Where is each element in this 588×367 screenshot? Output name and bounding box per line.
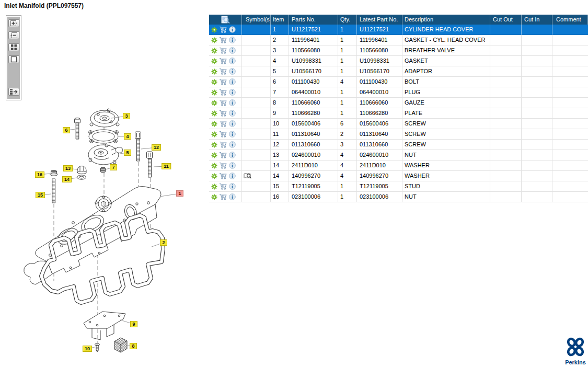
settings-icon[interactable] [211, 79, 217, 85]
table-row[interactable]: 100156004066015600406SCREW [209, 119, 588, 129]
settings-icon[interactable] [211, 58, 217, 64]
info-icon[interactable] [229, 131, 236, 137]
header-latest-part-no[interactable]: Latest Part No. [357, 15, 402, 25]
diagram-callout-7[interactable]: 7 [110, 164, 117, 170]
settings-icon[interactable] [211, 173, 217, 179]
table-row[interactable]: 160231000061023100006NUT [209, 192, 588, 202]
part-plug[interactable] [101, 167, 106, 173]
settings-icon[interactable] [211, 142, 217, 148]
part-screw-11[interactable] [147, 152, 153, 177]
add-to-cart-icon[interactable] [219, 26, 227, 33]
diagram-callout-8[interactable]: 8 [130, 343, 137, 349]
part-screw-10[interactable] [95, 343, 100, 352]
header-comment[interactable]: Comment [552, 15, 588, 25]
add-to-cart-icon[interactable] [219, 58, 227, 64]
settings-icon[interactable] [211, 37, 217, 43]
book-search-symbol-icon[interactable] [244, 173, 252, 179]
part-nut-16[interactable] [50, 170, 57, 176]
add-to-cart-icon[interactable] [219, 89, 227, 96]
add-to-cart-icon[interactable] [219, 193, 227, 200]
add-to-cart-icon[interactable] [219, 37, 227, 43]
add-to-cart-icon[interactable] [219, 78, 227, 85]
add-to-cart-icon[interactable] [219, 152, 227, 158]
table-row[interactable]: 81106660601110666060GAUZE [209, 98, 588, 108]
table-row[interactable]: 70644000101064400010PLUG [209, 87, 588, 98]
settings-icon[interactable] [211, 89, 217, 96]
part-breather-gasket[interactable] [89, 130, 119, 143]
diagram-callout-5[interactable]: 5 [124, 150, 131, 156]
table-row[interactable]: 91106662801110666280PLATE [209, 108, 588, 119]
header-parts-no[interactable]: Parts No. [289, 15, 338, 25]
header-cut-out[interactable]: Cut Out [490, 15, 522, 25]
table-row[interactable]: 110113106402011310640SCREW [209, 129, 588, 140]
part-stud[interactable] [52, 179, 55, 203]
part-screw-12[interactable] [135, 132, 141, 161]
diagram-callout-14[interactable]: 14 [62, 176, 72, 182]
table-row[interactable]: 31105660801110566080BREATHER VALVE [209, 45, 588, 56]
table-row[interactable]: 141409962704140996270WASHER [209, 171, 588, 181]
part-cap-nut[interactable] [77, 166, 86, 174]
add-to-cart-icon[interactable] [219, 173, 227, 179]
add-to-cart-icon[interactable] [219, 110, 227, 117]
settings-icon[interactable] [211, 100, 217, 106]
part-bolt[interactable] [75, 118, 80, 140]
info-icon[interactable] [229, 173, 236, 179]
header-qty[interactable]: Qty. [338, 15, 357, 25]
part-washer[interactable] [77, 175, 86, 179]
diagram-callout-11[interactable]: 11 [162, 163, 171, 169]
diagram-callout-16[interactable]: 16 [35, 171, 44, 178]
info-icon[interactable] [229, 99, 236, 106]
settings-icon[interactable] [211, 163, 217, 169]
settings-icon[interactable] [211, 68, 217, 75]
diagram-callout-1[interactable]: 1 [176, 190, 183, 197]
add-to-cart-icon[interactable] [219, 141, 227, 148]
add-to-cart-icon[interactable] [219, 68, 227, 75]
header-description[interactable]: Description [402, 15, 490, 25]
info-icon[interactable] [229, 183, 236, 190]
table-row[interactable]: 130246000104024600010NUT [209, 150, 588, 160]
diagram-callout-12[interactable]: 12 [152, 144, 161, 151]
part-breather-valve[interactable] [88, 144, 123, 165]
table-row[interactable]: 120113106603011310660SCREW [209, 140, 588, 150]
info-icon[interactable] [229, 89, 236, 96]
info-icon[interactable] [229, 193, 236, 200]
info-icon[interactable] [229, 68, 236, 75]
diagram-callout-4[interactable]: 4 [124, 133, 131, 140]
info-icon[interactable] [229, 78, 236, 85]
info-icon[interactable] [229, 162, 236, 169]
settings-icon[interactable] [211, 194, 217, 200]
settings-icon[interactable] [211, 110, 217, 117]
table-row[interactable]: 21119964011111996401GASKET - CYL. HEAD C… [209, 35, 588, 45]
info-icon[interactable] [229, 152, 236, 158]
diagram-callout-13[interactable]: 13 [63, 165, 73, 171]
diagram-callout-9[interactable]: 9 [130, 321, 137, 327]
settings-icon[interactable] [211, 48, 217, 54]
table-row[interactable]: 5U105661701U10566170ADAPTOR [209, 66, 588, 77]
header-cut-in[interactable]: Cut In [522, 15, 552, 25]
settings-icon[interactable] [211, 131, 217, 137]
add-to-cart-icon[interactable] [219, 162, 227, 169]
part-gauze[interactable] [114, 338, 127, 352]
add-to-cart-icon[interactable] [219, 47, 227, 54]
add-to-cart-icon[interactable] [219, 183, 227, 190]
diagram-callout-6[interactable]: 6 [63, 127, 70, 133]
info-icon[interactable] [229, 47, 236, 54]
add-to-cart-icon[interactable] [219, 131, 227, 137]
info-icon[interactable] [229, 58, 236, 64]
table-row[interactable]: 15T121190051T12119005STUD [209, 181, 588, 192]
diagram-callout-15[interactable]: 15 [36, 192, 45, 198]
info-icon[interactable] [229, 120, 236, 127]
table-row[interactable]: 1U112175211U11217521CYLINDER HEAD COVER [209, 25, 588, 35]
settings-icon[interactable] [211, 121, 217, 127]
diagram-callout-10[interactable]: 10 [83, 346, 92, 352]
diagram-callout-2[interactable]: 2 [160, 239, 167, 246]
settings-icon[interactable] [211, 183, 217, 190]
header-symbols[interactable]: Symbol(s) [242, 15, 271, 25]
info-icon[interactable] [229, 110, 236, 117]
table-row[interactable]: 142411D01042411D010WASHER [209, 160, 588, 171]
info-icon[interactable] [229, 37, 236, 43]
parts-book-search-icon[interactable] [221, 16, 230, 24]
add-to-cart-icon[interactable] [219, 99, 227, 106]
table-row[interactable]: 60111004304011100430BOLT [209, 77, 588, 87]
info-icon[interactable] [229, 141, 236, 148]
